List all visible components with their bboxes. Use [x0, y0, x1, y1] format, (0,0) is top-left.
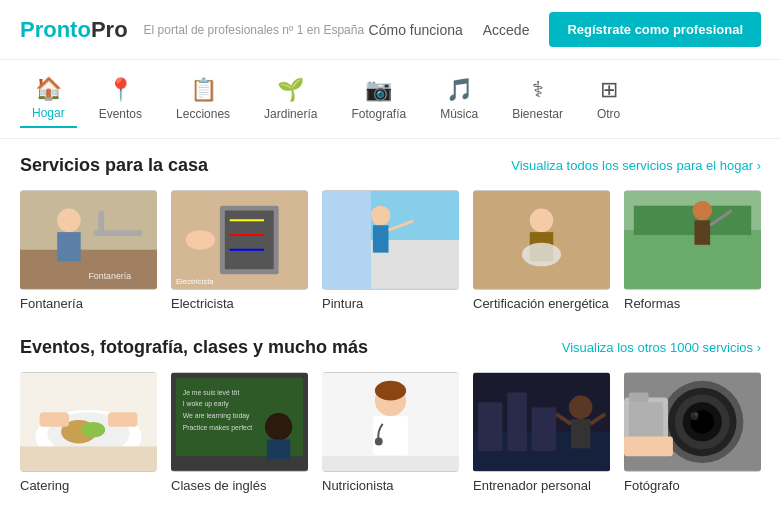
- cat-label-bienestar: Bienestar: [512, 107, 563, 121]
- svg-point-30: [693, 201, 713, 221]
- logo: ProntoPro: [20, 17, 128, 43]
- bienestar-icon: ⚕: [532, 77, 544, 103]
- section-casa-title: Servicios para la casa: [20, 155, 208, 176]
- header: ProntoPro El portal de profesionales nº …: [0, 0, 781, 60]
- svg-rect-39: [108, 412, 137, 427]
- cat-item-musica[interactable]: 🎵Música: [428, 71, 490, 127]
- svg-rect-73: [629, 402, 663, 441]
- card-label-catering: Catering: [20, 478, 157, 493]
- card-img-electricista: Electricista: [171, 190, 308, 290]
- cat-label-jardineria: Jardinería: [264, 107, 317, 121]
- card-img-reformas: [624, 190, 761, 290]
- card-label-certificacion: Certificación energética: [473, 296, 610, 311]
- svg-rect-20: [413, 213, 431, 229]
- card-entrenador[interactable]: Entrenador personal: [473, 372, 610, 493]
- nav-como-funciona[interactable]: Cómo funciona: [369, 22, 463, 38]
- cat-label-hogar: Hogar: [32, 106, 65, 120]
- card-label-entrenador: Entrenador personal: [473, 478, 610, 493]
- card-fotografo[interactable]: Fotógrafo: [624, 372, 761, 493]
- cat-item-otro[interactable]: ⊞Otro: [585, 71, 632, 127]
- svg-point-47: [265, 413, 292, 440]
- header-nav: Cómo funciona Accede Regístrate como pro…: [369, 12, 761, 47]
- svg-point-53: [375, 438, 383, 446]
- cat-item-fotografia[interactable]: 📷Fotografía: [339, 71, 418, 127]
- cat-item-jardineria[interactable]: 🌱Jardinería: [252, 71, 329, 127]
- cat-label-otro: Otro: [597, 107, 620, 121]
- card-img-ingles: Je me suis levé tôt I woke up early We a…: [171, 372, 308, 472]
- card-img-fontaneria: Fontanería: [20, 190, 157, 290]
- svg-point-2: [57, 209, 80, 232]
- register-button[interactable]: Regístrate como profesional: [549, 12, 761, 47]
- svg-text:Electricista: Electricista: [176, 277, 214, 286]
- card-catering[interactable]: Catering: [20, 372, 157, 493]
- eventos-cards-grid: Catering Je me suis levé tôt I woke up e…: [20, 372, 761, 493]
- cat-label-musica: Música: [440, 107, 478, 121]
- cat-item-hogar[interactable]: 🏠Hogar: [20, 70, 77, 128]
- svg-point-60: [569, 396, 592, 419]
- svg-rect-75: [629, 393, 649, 403]
- section-casa-header: Servicios para la casa Visualiza todos l…: [20, 155, 761, 176]
- svg-point-17: [371, 206, 391, 226]
- svg-point-23: [530, 209, 553, 232]
- svg-rect-18: [373, 225, 389, 252]
- svg-rect-58: [507, 393, 527, 452]
- tagline: El portal de profesionales nº 1 en Españ…: [144, 23, 365, 37]
- card-ingles[interactable]: Je me suis levé tôt I woke up early We a…: [171, 372, 308, 493]
- fotografia-icon: 📷: [365, 77, 392, 103]
- section-eventos-header: Eventos, fotografía, clases y mucho más …: [20, 337, 761, 358]
- card-fontaneria[interactable]: Fontanería Fontanería: [20, 190, 157, 311]
- svg-text:I woke up early: I woke up early: [183, 400, 230, 408]
- svg-rect-61: [571, 419, 591, 448]
- svg-point-37: [82, 422, 105, 438]
- card-img-fotografo: [624, 372, 761, 472]
- card-label-ingles: Clases de inglés: [171, 478, 308, 493]
- svg-text:Practice makes perfect: Practice makes perfect: [183, 424, 253, 432]
- card-label-reformas: Reformas: [624, 296, 761, 311]
- svg-rect-1: [20, 250, 157, 289]
- svg-rect-5: [98, 211, 104, 236]
- card-img-certificacion: [473, 190, 610, 290]
- svg-rect-29: [634, 206, 751, 235]
- svg-rect-57: [478, 402, 502, 451]
- card-img-entrenador: [473, 372, 610, 472]
- card-pintura[interactable]: Pintura: [322, 190, 459, 311]
- cat-item-eventos[interactable]: 📍Eventos: [87, 71, 154, 127]
- svg-text:Je me suis levé tôt: Je me suis levé tôt: [183, 389, 240, 396]
- section-casa-link[interactable]: Visualiza todos los servicios para el ho…: [511, 158, 761, 173]
- svg-rect-31: [694, 220, 710, 244]
- jardineria-icon: 🌱: [277, 77, 304, 103]
- section-casa: Servicios para la casa Visualiza todos l…: [0, 139, 781, 321]
- cat-item-bienestar[interactable]: ⚕Bienestar: [500, 71, 575, 127]
- card-img-pintura: [322, 190, 459, 290]
- card-nutricionista[interactable]: Nutricionista: [322, 372, 459, 493]
- cat-label-fotografia: Fotografía: [351, 107, 406, 121]
- svg-rect-21: [322, 191, 371, 289]
- svg-rect-74: [624, 437, 673, 457]
- card-img-catering: [20, 372, 157, 472]
- lecciones-icon: 📋: [190, 77, 217, 103]
- nav-accede[interactable]: Accede: [483, 22, 530, 38]
- cat-label-lecciones: Lecciones: [176, 107, 230, 121]
- svg-rect-48: [267, 440, 290, 460]
- card-reformas[interactable]: Reformas: [624, 190, 761, 311]
- hogar-icon: 🏠: [35, 76, 62, 102]
- svg-text:Fontanería: Fontanería: [89, 271, 132, 281]
- card-certificacion[interactable]: Certificación energética: [473, 190, 610, 311]
- svg-point-51: [375, 381, 406, 401]
- svg-point-71: [694, 412, 698, 416]
- eventos-icon: 📍: [107, 77, 134, 103]
- section-eventos: Eventos, fotografía, clases y mucho más …: [0, 321, 781, 503]
- svg-rect-28: [624, 230, 761, 289]
- logo-pro: Pro: [91, 17, 128, 42]
- logo-pronto: Pronto: [20, 17, 91, 42]
- card-label-fontaneria: Fontanería: [20, 296, 157, 311]
- card-label-electricista: Electricista: [171, 296, 308, 311]
- section-eventos-link[interactable]: Visualiza los otros 1000 servicios: [562, 340, 761, 355]
- svg-point-25: [522, 243, 561, 266]
- svg-rect-3: [57, 232, 80, 261]
- svg-rect-38: [40, 412, 69, 427]
- card-img-nutricionista: [322, 372, 459, 472]
- card-electricista[interactable]: Electricista Electricista: [171, 190, 308, 311]
- cat-item-lecciones[interactable]: 📋Lecciones: [164, 71, 242, 127]
- casa-cards-grid: Fontanería Fontanería Electricista Elect…: [20, 190, 761, 311]
